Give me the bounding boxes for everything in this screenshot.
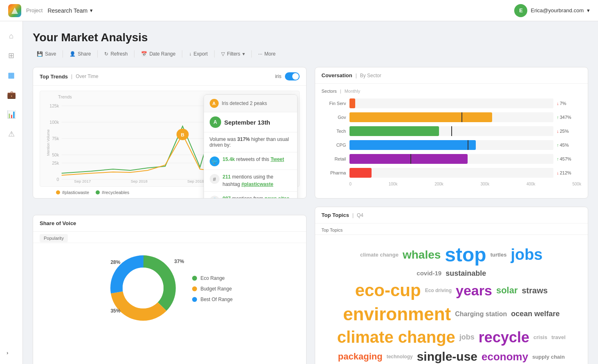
bar-fill — [349, 112, 493, 122]
word-whales[interactable]: whales — [403, 248, 441, 262]
globe-icon: 🌐 — [210, 196, 219, 199]
iris-label: iris — [275, 74, 281, 79]
bar-axis: 0100k200k300k400k500k — [322, 182, 582, 186]
share-button[interactable]: 👤 Share — [65, 49, 95, 59]
more-button[interactable]: ··· More — [254, 49, 280, 59]
bar-track — [349, 140, 554, 150]
sidebar-item-charts[interactable]: ▦ — [3, 67, 20, 83]
donut-chart: 37% 35% 28% — [106, 251, 180, 326]
svg-text:0: 0 — [56, 177, 59, 182]
word-jobs-big[interactable]: jobs — [511, 246, 542, 264]
word-turtles[interactable]: turtles — [490, 252, 507, 258]
separator — [63, 50, 63, 58]
sidebar-expand-button[interactable]: › — [7, 350, 8, 356]
pct-label-28: 28% — [110, 259, 120, 265]
date-range-button[interactable]: 📅 Date Range — [137, 49, 179, 59]
svg-text:Mention Volume: Mention Volume — [46, 130, 50, 156]
sov-subtitle-row: Popularity — [33, 232, 306, 243]
word-covid19[interactable]: covid-19 — [417, 270, 441, 277]
sectors-label: Sectors — [322, 89, 337, 94]
sidebar-item-home[interactable]: ⌂ — [3, 28, 20, 44]
word-sustainable[interactable]: sustainable — [446, 269, 486, 278]
word-environment[interactable]: environment — [343, 304, 451, 325]
svg-text:B: B — [181, 132, 184, 137]
user-menu[interactable]: E Erica@yourbrand.com ▾ — [514, 4, 590, 17]
filters-button[interactable]: ▽ Filters ▾ — [217, 49, 249, 59]
bar-track — [349, 154, 554, 164]
iris-body-pre: Volume was — [210, 136, 237, 142]
word-jobs-small[interactable]: jobs — [459, 333, 475, 342]
sidebar-item-briefcase[interactable]: 💼 — [3, 87, 20, 103]
svg-text:125k: 125k — [49, 104, 59, 108]
word-climate-change-small[interactable]: climate change — [360, 252, 399, 258]
project-selector[interactable]: Research Team ▾ — [47, 7, 93, 14]
word-stop[interactable]: stop — [445, 243, 486, 267]
project-label: Project — [26, 7, 43, 13]
twitter-icon: 🐦 — [210, 156, 219, 166]
panel-title-row: Top Trends | Over Time — [40, 74, 99, 80]
export-button[interactable]: ↓ Export — [185, 49, 212, 59]
word-years[interactable]: years — [456, 282, 492, 299]
bar-track — [349, 98, 554, 108]
legend-dot-green — [96, 190, 100, 194]
word-climate-change-big[interactable]: climate change — [337, 327, 455, 347]
word-crisis[interactable]: crisis — [533, 334, 547, 341]
word-ocean-welfare[interactable]: ocean welfare — [511, 310, 560, 319]
word-charging-station[interactable]: Charging station — [455, 310, 507, 318]
svg-text:50k: 50k — [52, 153, 59, 157]
chart-icon: ▦ — [8, 71, 15, 80]
bar-chart-area: Sectors | Monthly Fin Serv ↓ 7% Gov — [315, 84, 588, 191]
bar-row-cpg: CPG ↑ 45% — [322, 140, 582, 150]
iris-metric-text-1: 15.4k retweets of this Tweet — [223, 156, 284, 163]
bar-fill — [349, 154, 468, 164]
iris-metric-text-3: 987 mentions from news sites — [223, 195, 289, 199]
plasticwaste-link[interactable]: #plasticwaste — [242, 181, 273, 187]
refresh-icon: ↻ — [104, 51, 108, 57]
separator — [182, 50, 182, 58]
word-supply-chain[interactable]: supply chain — [532, 354, 564, 360]
bar-change: ↓ 7% — [557, 101, 581, 106]
legend-eco-range: Eco Range — [192, 275, 233, 281]
separator — [251, 50, 252, 58]
main-content: Your Market Analysis 💾 Save 👤 Share ↻ Re… — [23, 21, 598, 364]
word-solar[interactable]: solar — [496, 285, 518, 296]
sidebar-item-alerts[interactable]: ⚠ — [3, 126, 20, 142]
bar-marker — [461, 112, 462, 122]
trends-chart-area: Trends 125k 100k 75k 50k 25k 0 — [33, 86, 306, 198]
word-packaging[interactable]: packaging — [338, 351, 383, 362]
word-eco-cup[interactable]: eco-cup — [355, 280, 421, 301]
bar-track — [349, 112, 554, 122]
bar-fill — [349, 98, 356, 108]
svg-text:75k: 75k — [52, 136, 59, 141]
dot-best-of-range — [192, 297, 197, 302]
word-economy[interactable]: economy — [482, 351, 528, 363]
word-single-use[interactable]: single-use — [417, 349, 477, 364]
iris-pct: 317% — [237, 136, 250, 142]
sidebar-item-reports[interactable]: 📊 — [3, 106, 20, 123]
word-travel[interactable]: travel — [551, 334, 566, 341]
bar-label: Retail — [322, 156, 346, 161]
word-recycle[interactable]: recycle — [479, 328, 529, 346]
svg-point-25 — [123, 268, 163, 308]
legend-label-plasticwaste: #plasticwaste — [62, 190, 89, 195]
iris-toggle[interactable] — [285, 72, 300, 80]
app-logo[interactable] — [8, 4, 21, 17]
top-topics-header: Top Topics | Q4 — [315, 207, 588, 223]
refresh-button[interactable]: ↻ Refresh — [100, 49, 132, 59]
word-eco-driving[interactable]: Eco driving — [425, 288, 452, 293]
save-button[interactable]: 💾 Save — [33, 49, 60, 59]
iris-metric-text-2: 211 mentions using the hashtag #plasticw… — [223, 173, 291, 188]
top-topics-title: Top Topics — [322, 212, 349, 218]
tweet-link[interactable]: Tweet — [271, 156, 284, 162]
word-straws[interactable]: straws — [522, 286, 547, 295]
svg-text:Sep 2019: Sep 2019 — [187, 179, 204, 183]
separator: | — [356, 73, 357, 78]
iris-toggle-wrapper: iris — [275, 72, 299, 80]
bar-row-gov: Gov ↑ 347% — [322, 112, 582, 122]
budget-range-label: Budget Range — [200, 286, 232, 292]
top-topics-panel: Top Topics | Q4 Top Topics climate chang… — [315, 207, 589, 364]
news-sites-link[interactable]: news sites — [264, 196, 289, 199]
word-technology[interactable]: technology — [387, 354, 413, 360]
sidebar-item-grid[interactable]: ⊞ — [3, 47, 20, 64]
iris-popup: A Iris detected 2 peaks A September 13th… — [204, 94, 298, 199]
